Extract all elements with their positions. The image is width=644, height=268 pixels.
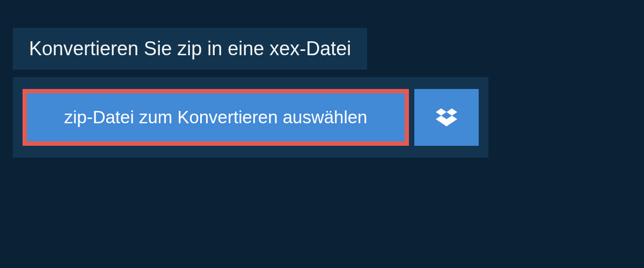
file-select-panel: zip-Datei zum Konvertieren auswählen [13, 77, 488, 158]
dropbox-button[interactable] [414, 89, 479, 146]
page-title: Konvertieren Sie zip in eine xex-Datei [13, 28, 367, 70]
select-file-button-label: zip-Datei zum Konvertieren auswählen [64, 107, 368, 128]
dropbox-icon [436, 107, 457, 128]
select-file-button[interactable]: zip-Datei zum Konvertieren auswählen [23, 89, 409, 146]
page-title-text: Konvertieren Sie zip in eine xex-Datei [29, 38, 351, 59]
